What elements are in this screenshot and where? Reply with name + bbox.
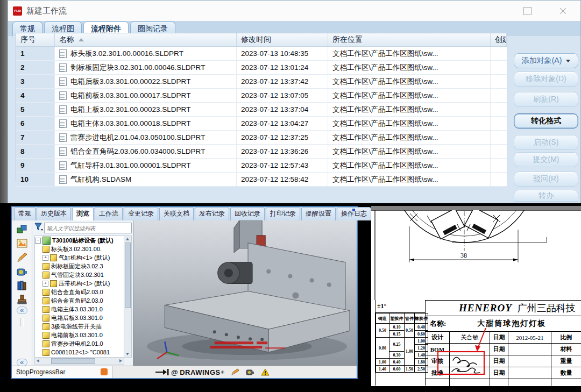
tree-item-1[interactable]: 标头板3.02.301.00. — [35, 245, 124, 253]
edrawings-brand-text: DRAWINGS — [180, 368, 221, 376]
viewer-tab-8[interactable]: 回收记录 — [230, 207, 265, 220]
button-label: 驳回(R) — [533, 174, 558, 184]
tree-item-8[interactable]: 电箱主体3.03.301.0 — [35, 305, 124, 313]
column-header-1[interactable]: 序号 — [16, 33, 55, 46]
viewer-tab-3[interactable]: 浏览 — [72, 207, 94, 220]
tree-item-label: C0081012<1> "C0081 — [51, 349, 110, 355]
tree-filter-input[interactable] — [44, 223, 132, 233]
tree-item-12[interactable]: 雷赛步进电机2.01.0 — [35, 339, 124, 348]
stamp-icon[interactable] — [16, 294, 29, 305]
column-label: 序号 — [20, 35, 36, 45]
cell-modified-time: 2023-07-12 12:57:43 — [237, 159, 328, 172]
table-row[interactable]: 5电箱上板3.02.301.00.00023.SLDPRT2023-07-12 … — [16, 103, 507, 117]
file-name: 电箱上板3.02.301.00.00023.SLDPRT — [70, 105, 190, 115]
cell-creator — [491, 89, 507, 102]
image-icon[interactable] — [16, 238, 29, 250]
tree-item-label: 剥标板固定块3.02.3 — [51, 262, 103, 270]
column-header-5[interactable]: 创建 — [491, 33, 507, 46]
table-row[interactable]: 6电箱主体3.03.301.00.00018.SLDPRT2023-07-12 … — [16, 117, 507, 131]
table-row[interactable]: 10气缸机构.SLDASM2023-07-12 12:58:42文档工作区\产品… — [16, 173, 507, 187]
tree-item-label: 3极电源线带开关插 — [51, 323, 102, 331]
table-row[interactable]: 2剥标板固定块3.02.301.00.00046.SLDPRT2023-07-1… — [16, 61, 507, 75]
scroll-up-arrow[interactable] — [126, 238, 129, 240]
table-row[interactable]: 9气缸导杆3.01.301.00.00001.SLDPRT2023-07-12 … — [16, 159, 507, 173]
tolerance-header: 铸造 — [376, 313, 389, 324]
tree-item-9[interactable]: 电箱后板3.03.301.0 — [35, 313, 124, 322]
scroll-thumb[interactable] — [51, 358, 95, 364]
table-row[interactable]: 4电箱前板3.03.301.00.00017.SLDPRT2023-07-12 … — [16, 89, 507, 103]
components-icon[interactable] — [16, 224, 29, 236]
measure-icon[interactable] — [16, 266, 29, 277]
document-icon — [59, 91, 67, 100]
column-header-3[interactable]: 修改时间 — [237, 33, 328, 46]
tree-root-item[interactable]: −T30100贴标设备 (默认) — [35, 236, 124, 245]
viewer-tab-2[interactable]: 历史版本 — [37, 207, 71, 220]
table-row[interactable]: 7雷赛步进电机2.01.04.03.050100.SLDPRT2023-07-1… — [16, 131, 507, 145]
cell-index: 6 — [16, 117, 55, 130]
tree-item-6[interactable]: 铝合金直角码2.03.0 — [35, 288, 124, 296]
action-button-4[interactable]: 转化格式 — [514, 113, 578, 129]
filter-funnel-icon[interactable] — [34, 222, 44, 234]
measure-icon[interactable] — [246, 368, 254, 376]
expand-expander-icon[interactable]: + — [42, 255, 48, 261]
dialog-titlebar[interactable]: PLM 新建工作流 — [8, 1, 580, 22]
action-button-7[interactable]: 驳回(R) — [514, 172, 578, 187]
scroll-down-arrow[interactable] — [126, 353, 129, 355]
close-button[interactable] — [555, 3, 571, 19]
tolerance-value: 0.40 — [389, 359, 405, 366]
viewer-tab-10[interactable]: 提醒设置 — [301, 207, 336, 220]
expand-expander-icon[interactable]: + — [42, 281, 48, 287]
field-label: 审核 — [426, 355, 450, 367]
tree-item-10[interactable]: 3极电源线带开关插 — [35, 322, 124, 331]
date-label: 日期 — [490, 332, 509, 343]
markup-pencil-icon[interactable] — [231, 368, 239, 376]
tree-item-13[interactable]: C0081012<1> "C0081 — [35, 348, 124, 357]
viewer-tab-6[interactable]: 关联文档 — [159, 207, 194, 220]
file-name: 剥标板固定块3.02.301.00.00046.SLDPRT — [70, 63, 205, 73]
tree-vertical-scrollbar[interactable] — [124, 236, 132, 358]
viewer-tab-5[interactable]: 变更记录 — [124, 207, 158, 220]
action-button-6[interactable]: 提交(M) — [514, 152, 578, 167]
scroll-left-arrow[interactable] — [37, 359, 39, 362]
3d-viewport[interactable] — [133, 220, 357, 366]
collapse-expander-icon[interactable]: − — [35, 238, 41, 244]
collapse-panel-bottom-icon[interactable]: « — [17, 359, 27, 366]
warning-icon[interactable] — [261, 368, 270, 376]
maximize-button[interactable] — [519, 3, 535, 19]
action-button-8[interactable]: 转办 — [514, 190, 578, 202]
tree-item-5[interactable]: +压带机构<1> (默认) — [35, 279, 124, 288]
viewer-tab-7[interactable]: 发布记录 — [195, 207, 229, 220]
action-button-2[interactable]: 移除对象(D) — [514, 72, 578, 87]
column-header-2[interactable]: 名称 — [55, 33, 237, 46]
date-label: 日期 — [490, 367, 509, 379]
cell-creator — [491, 117, 507, 130]
scroll-thumb[interactable] — [125, 243, 131, 308]
viewer-tab-1[interactable]: 常规 — [14, 207, 36, 220]
action-button-5[interactable]: 启动(S) — [514, 135, 578, 150]
table-row[interactable]: 8铝合金直角码2.03.06.00.034000.SLDPRT2023-07-1… — [16, 145, 507, 159]
attachments-table: 序号名称修改时间所在位置创建 1标头板3.02.301.00.00016.SLD… — [16, 33, 507, 181]
title-block-row-1: 设计关合敏日期2012-05-21比例 — [426, 332, 581, 344]
title-block-row-3: 审核日期重量 — [426, 355, 581, 367]
column-label: 名称 — [59, 35, 74, 45]
action-button-1[interactable]: 添加对象(A) — [514, 53, 578, 68]
tree-item-2[interactable]: +气缸机构<1> (默认) — [35, 253, 124, 262]
tree-item-7[interactable]: 铝合金直角码2.03.0 — [35, 296, 124, 305]
date-value: 2012-05-21 — [508, 332, 551, 343]
tree-item-11[interactable]: 电箱前板3.03.301.0 — [35, 331, 124, 339]
mass-properties-icon[interactable] — [16, 280, 29, 291]
tree-item-4[interactable]: 气管固定块3.02.301 — [35, 270, 124, 279]
action-button-3[interactable]: 刷新(R) — [514, 92, 578, 107]
collapse-panel-icon[interactable]: « — [17, 307, 27, 314]
markup-pencil-icon[interactable] — [16, 252, 29, 263]
table-row[interactable]: 1标头板3.02.301.00.00016.SLDPRT2023-07-13 1… — [16, 47, 507, 61]
viewer-tab-9[interactable]: 打印记录 — [266, 207, 300, 220]
new-workflow-dialog: PLM 新建工作流 常规流程图流程附件圈阅记录 序号名称修改时间所在位置创建 1… — [8, 0, 581, 203]
viewer-tab-4[interactable]: 工作流 — [95, 207, 123, 220]
column-header-4[interactable]: 所在位置 — [328, 33, 491, 46]
tree-item-3[interactable]: 剥标板固定块3.02.3 — [35, 262, 124, 270]
table-row[interactable]: 3电箱后板3.03.301.00.00022.SLDPRT2023-07-12 … — [16, 75, 507, 89]
drawing-geometry: 38 — [371, 210, 581, 300]
tree-horizontal-scrollbar[interactable] — [34, 357, 124, 365]
scroll-right-arrow[interactable] — [119, 359, 122, 362]
